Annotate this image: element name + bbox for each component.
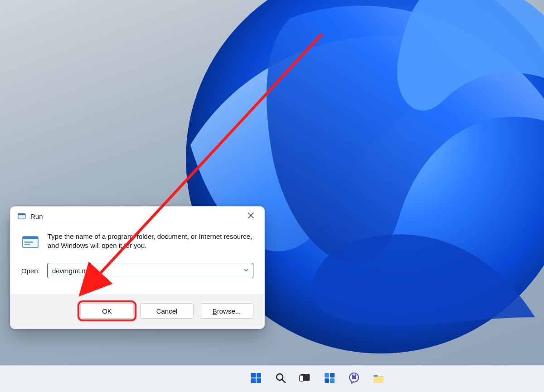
svg-rect-6 <box>24 244 30 245</box>
ok-button[interactable]: OK <box>80 303 134 319</box>
cancel-button[interactable]: Cancel <box>140 303 194 319</box>
run-dialog-title: Run <box>30 213 43 220</box>
chat-icon <box>348 372 360 386</box>
svg-rect-21 <box>352 376 356 379</box>
close-button[interactable] <box>243 210 259 223</box>
open-combobox[interactable] <box>47 263 253 278</box>
svg-rect-18 <box>325 378 329 383</box>
svg-rect-25 <box>374 375 378 377</box>
run-dialog: Run Type the name of a program, folder, … <box>10 206 265 329</box>
svg-point-22 <box>352 374 354 376</box>
svg-rect-5 <box>24 242 33 242</box>
desktop-wallpaper: Run Type the name of a program, folder, … <box>0 0 544 392</box>
svg-rect-4 <box>23 237 38 239</box>
svg-rect-10 <box>251 378 256 383</box>
search-button[interactable] <box>270 368 291 389</box>
browse-button[interactable]: Browse... <box>200 303 253 319</box>
taskbar[interactable] <box>0 365 544 392</box>
search-icon <box>274 372 287 386</box>
svg-rect-17 <box>330 373 335 377</box>
chat-button[interactable] <box>344 368 364 389</box>
file-explorer-icon <box>372 372 385 386</box>
open-label: Open: <box>21 267 40 275</box>
run-dialog-button-row: OK Cancel Browse... <box>10 295 264 329</box>
start-button[interactable] <box>246 368 267 389</box>
svg-rect-11 <box>257 378 261 383</box>
svg-point-23 <box>355 374 356 376</box>
svg-rect-8 <box>251 373 256 377</box>
svg-rect-15 <box>300 375 303 381</box>
widgets-icon <box>323 372 336 386</box>
open-input[interactable] <box>47 263 253 278</box>
task-view-button[interactable] <box>295 368 316 389</box>
close-icon <box>248 212 254 220</box>
start-icon <box>250 372 262 386</box>
svg-rect-16 <box>325 373 329 377</box>
wallpaper-bloom <box>0 0 544 392</box>
svg-rect-19 <box>330 378 335 383</box>
widgets-button[interactable] <box>319 368 340 389</box>
run-app-icon <box>18 212 26 220</box>
run-dialog-description: Type the name of a program, folder, docu… <box>48 232 253 251</box>
file-explorer-button[interactable] <box>368 368 389 389</box>
svg-line-13 <box>282 380 286 383</box>
svg-rect-9 <box>257 373 261 377</box>
run-dialog-icon <box>21 233 39 251</box>
run-dialog-titlebar[interactable]: Run <box>10 207 264 226</box>
task-view-icon <box>299 372 311 386</box>
svg-rect-24 <box>374 377 384 383</box>
svg-rect-2 <box>18 213 25 215</box>
